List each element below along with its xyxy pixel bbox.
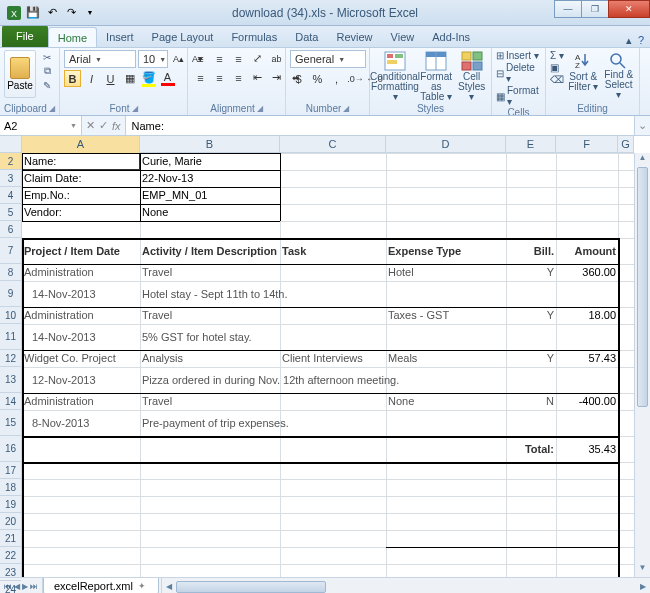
row-header[interactable]: 6 (0, 221, 21, 238)
cell[interactable]: 8-Nov-2013 (22, 410, 140, 436)
row-header[interactable]: 22 (0, 547, 21, 564)
cell[interactable]: Project / Item Date (22, 238, 140, 264)
increase-decimal-button[interactable]: .0→ (347, 70, 364, 87)
row-header[interactable]: 20 (0, 513, 21, 530)
cell[interactable]: Travel (140, 264, 280, 281)
col-header-e[interactable]: E (506, 136, 556, 153)
cell[interactable]: Pizza ordered in during Nov. 12th aftern… (140, 367, 556, 393)
row-header[interactable]: 11 (0, 324, 21, 350)
autosum-button[interactable]: Σ ▾ (550, 50, 564, 61)
font-size-combo[interactable]: 10▼ (138, 50, 168, 68)
col-header-a[interactable]: A (22, 136, 140, 153)
cell[interactable]: Taxes - GST (386, 307, 506, 324)
alignment-dialog-icon[interactable]: ◢ (257, 104, 263, 113)
vertical-scrollbar[interactable]: ▲ ▼ (634, 153, 650, 577)
accounting-format-button[interactable]: $ (290, 70, 307, 87)
minimize-button[interactable]: — (554, 0, 582, 18)
row-header[interactable]: 10 (0, 307, 21, 324)
fill-color-button[interactable]: 🪣 (140, 70, 157, 87)
col-header-b[interactable]: B (140, 136, 280, 153)
cell[interactable]: Expense Type (386, 238, 506, 264)
row-header[interactable]: 3 (0, 170, 21, 187)
insert-cells-button[interactable]: ⊞Insert ▾ (496, 50, 539, 61)
cell[interactable]: Pre-payment of trip expenses. (140, 410, 556, 436)
tab-addins[interactable]: Add-Ins (423, 27, 479, 47)
sort-filter-button[interactable]: AZ Sort & Filter ▾ (567, 50, 600, 98)
row-header[interactable]: 5 (0, 204, 21, 221)
row-header[interactable]: 4 (0, 187, 21, 204)
cell[interactable]: Curie, Marie (140, 153, 280, 170)
cell[interactable]: Vendor: (22, 204, 140, 221)
row-header[interactable]: 13 (0, 367, 21, 393)
cell[interactable]: 14-Nov-2013 (22, 281, 140, 307)
tab-formulas[interactable]: Formulas (222, 27, 286, 47)
last-sheet-icon[interactable]: ⏭ (30, 582, 38, 591)
align-center-button[interactable]: ≡ (211, 69, 228, 86)
cell[interactable]: 12-Nov-2013 (22, 367, 140, 393)
tab-page-layout[interactable]: Page Layout (143, 27, 223, 47)
cell[interactable]: Hotel stay - Sept 11th to 14th. (140, 281, 556, 307)
next-sheet-icon[interactable]: ▶ (22, 582, 28, 591)
bold-button[interactable]: B (64, 70, 81, 87)
col-header-g[interactable]: G (618, 136, 634, 153)
clipboard-dialog-icon[interactable]: ◢ (49, 104, 55, 113)
col-header-d[interactable]: D (386, 136, 506, 153)
col-header-f[interactable]: F (556, 136, 618, 153)
horizontal-scrollbar[interactable]: ◀ ▶ (161, 578, 650, 593)
cell[interactable]: Task (280, 238, 386, 264)
cell[interactable]: Administration (22, 307, 140, 324)
font-dialog-icon[interactable]: ◢ (132, 104, 138, 113)
cell[interactable]: Total: (506, 436, 556, 462)
vertical-scroll-thumb[interactable] (637, 167, 648, 407)
cell[interactable]: Claim Date: (22, 170, 140, 187)
comma-format-button[interactable]: , (328, 70, 345, 87)
row-header[interactable]: 8 (0, 264, 21, 281)
row-header[interactable]: 23 (0, 564, 21, 581)
row-header[interactable]: 24 (0, 581, 21, 593)
cell[interactable]: Travel (140, 307, 280, 324)
enter-formula-icon[interactable]: ✓ (99, 119, 108, 132)
minimize-ribbon-icon[interactable]: ▴ (626, 34, 632, 47)
cell[interactable]: 35.43 (556, 436, 618, 462)
cell[interactable]: Hotel (386, 264, 506, 281)
cell[interactable]: EMP_MN_01 (140, 187, 280, 204)
tab-insert[interactable]: Insert (97, 27, 143, 47)
format-as-table-button[interactable]: Format as Table ▾ (419, 50, 453, 98)
qat-customize-icon[interactable]: ▼ (82, 5, 98, 21)
formula-bar[interactable]: Name: (126, 116, 634, 135)
row-header[interactable]: 19 (0, 496, 21, 513)
align-right-button[interactable]: ≡ (230, 69, 247, 86)
format-painter-button[interactable]: ✎ (39, 78, 55, 92)
row-header[interactable]: 16 (0, 436, 21, 462)
close-button[interactable]: ✕ (608, 0, 650, 18)
cell[interactable]: Meals (386, 350, 506, 367)
number-dialog-icon[interactable]: ◢ (343, 104, 349, 113)
scroll-right-icon[interactable]: ▶ (636, 582, 650, 591)
align-top-button[interactable]: ≡ (192, 50, 209, 67)
row-header[interactable]: 15 (0, 410, 21, 436)
cell[interactable]: Amount (556, 238, 618, 264)
cancel-formula-icon[interactable]: ✕ (86, 119, 95, 132)
row-header[interactable]: 12 (0, 350, 21, 367)
underline-button[interactable]: U (102, 70, 119, 87)
scroll-left-icon[interactable]: ◀ (162, 582, 176, 591)
cell[interactable]: Travel (140, 393, 280, 410)
row-header[interactable]: 17 (0, 462, 21, 479)
redo-icon[interactable]: ↷ (63, 5, 79, 21)
row-header[interactable]: 18 (0, 479, 21, 496)
tab-data[interactable]: Data (286, 27, 327, 47)
delete-cells-button[interactable]: ⊟Delete ▾ (496, 62, 541, 84)
wrap-text-button[interactable]: ab (268, 50, 285, 67)
cell[interactable]: 22-Nov-13 (140, 170, 280, 187)
file-tab[interactable]: File (2, 25, 48, 47)
font-name-combo[interactable]: Arial▼ (64, 50, 136, 68)
cell[interactable]: Y (506, 307, 556, 324)
cell[interactable]: Y (506, 350, 556, 367)
find-select-button[interactable]: Find & Select ▾ (603, 50, 636, 98)
conditional-formatting-button[interactable]: Conditional Formatting ▾ (374, 50, 416, 98)
new-sheet-icon[interactable]: ✦ (136, 581, 148, 591)
cell[interactable]: Y (506, 264, 556, 281)
align-bottom-button[interactable]: ≡ (230, 50, 247, 67)
cell[interactable]: Administration (22, 393, 140, 410)
save-icon[interactable]: 💾 (25, 5, 41, 21)
